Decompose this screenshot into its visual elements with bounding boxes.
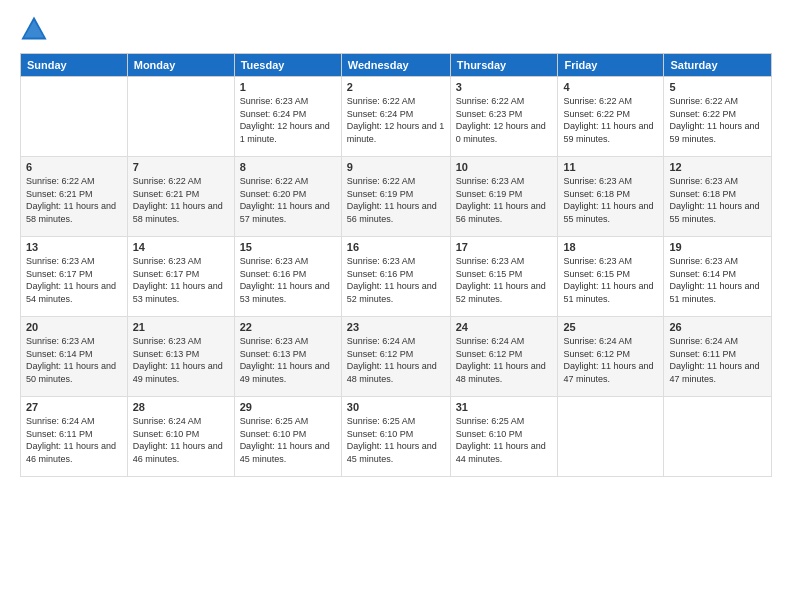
page: SundayMondayTuesdayWednesdayThursdayFrid… <box>0 0 792 612</box>
day-info: Sunrise: 6:23 AMSunset: 6:17 PMDaylight:… <box>26 255 122 305</box>
day-cell: 20Sunrise: 6:23 AMSunset: 6:14 PMDayligh… <box>21 317 128 397</box>
day-number: 2 <box>347 81 445 93</box>
day-number: 19 <box>669 241 766 253</box>
day-cell: 13Sunrise: 6:23 AMSunset: 6:17 PMDayligh… <box>21 237 128 317</box>
day-info: Sunrise: 6:25 AMSunset: 6:10 PMDaylight:… <box>456 415 553 465</box>
day-number: 31 <box>456 401 553 413</box>
day-info: Sunrise: 6:22 AMSunset: 6:22 PMDaylight:… <box>563 95 658 145</box>
week-row-1: 1Sunrise: 6:23 AMSunset: 6:24 PMDaylight… <box>21 77 772 157</box>
day-number: 13 <box>26 241 122 253</box>
day-cell <box>21 77 128 157</box>
week-row-5: 27Sunrise: 6:24 AMSunset: 6:11 PMDayligh… <box>21 397 772 477</box>
day-info: Sunrise: 6:25 AMSunset: 6:10 PMDaylight:… <box>347 415 445 465</box>
day-info: Sunrise: 6:23 AMSunset: 6:16 PMDaylight:… <box>240 255 336 305</box>
logo-icon <box>20 15 48 43</box>
day-cell: 16Sunrise: 6:23 AMSunset: 6:16 PMDayligh… <box>341 237 450 317</box>
day-info: Sunrise: 6:23 AMSunset: 6:13 PMDaylight:… <box>133 335 229 385</box>
day-number: 29 <box>240 401 336 413</box>
day-info: Sunrise: 6:23 AMSunset: 6:16 PMDaylight:… <box>347 255 445 305</box>
header-tuesday: Tuesday <box>234 54 341 77</box>
day-number: 21 <box>133 321 229 333</box>
day-number: 16 <box>347 241 445 253</box>
day-number: 20 <box>26 321 122 333</box>
day-info: Sunrise: 6:24 AMSunset: 6:12 PMDaylight:… <box>347 335 445 385</box>
day-info: Sunrise: 6:22 AMSunset: 6:21 PMDaylight:… <box>26 175 122 225</box>
day-cell: 28Sunrise: 6:24 AMSunset: 6:10 PMDayligh… <box>127 397 234 477</box>
day-number: 6 <box>26 161 122 173</box>
day-info: Sunrise: 6:22 AMSunset: 6:19 PMDaylight:… <box>347 175 445 225</box>
day-info: Sunrise: 6:23 AMSunset: 6:14 PMDaylight:… <box>669 255 766 305</box>
day-cell: 11Sunrise: 6:23 AMSunset: 6:18 PMDayligh… <box>558 157 664 237</box>
day-cell: 17Sunrise: 6:23 AMSunset: 6:15 PMDayligh… <box>450 237 558 317</box>
day-number: 23 <box>347 321 445 333</box>
day-cell: 6Sunrise: 6:22 AMSunset: 6:21 PMDaylight… <box>21 157 128 237</box>
day-number: 3 <box>456 81 553 93</box>
day-cell: 18Sunrise: 6:23 AMSunset: 6:15 PMDayligh… <box>558 237 664 317</box>
day-info: Sunrise: 6:22 AMSunset: 6:23 PMDaylight:… <box>456 95 553 145</box>
week-row-2: 6Sunrise: 6:22 AMSunset: 6:21 PMDaylight… <box>21 157 772 237</box>
day-number: 10 <box>456 161 553 173</box>
day-cell: 15Sunrise: 6:23 AMSunset: 6:16 PMDayligh… <box>234 237 341 317</box>
day-info: Sunrise: 6:25 AMSunset: 6:10 PMDaylight:… <box>240 415 336 465</box>
day-number: 25 <box>563 321 658 333</box>
day-number: 17 <box>456 241 553 253</box>
day-cell: 22Sunrise: 6:23 AMSunset: 6:13 PMDayligh… <box>234 317 341 397</box>
day-number: 11 <box>563 161 658 173</box>
day-cell: 31Sunrise: 6:25 AMSunset: 6:10 PMDayligh… <box>450 397 558 477</box>
day-cell: 4Sunrise: 6:22 AMSunset: 6:22 PMDaylight… <box>558 77 664 157</box>
day-info: Sunrise: 6:22 AMSunset: 6:22 PMDaylight:… <box>669 95 766 145</box>
day-cell: 7Sunrise: 6:22 AMSunset: 6:21 PMDaylight… <box>127 157 234 237</box>
day-info: Sunrise: 6:24 AMSunset: 6:11 PMDaylight:… <box>669 335 766 385</box>
header-saturday: Saturday <box>664 54 772 77</box>
logo <box>20 15 52 43</box>
day-number: 5 <box>669 81 766 93</box>
day-info: Sunrise: 6:23 AMSunset: 6:18 PMDaylight:… <box>669 175 766 225</box>
day-cell: 12Sunrise: 6:23 AMSunset: 6:18 PMDayligh… <box>664 157 772 237</box>
day-cell: 2Sunrise: 6:22 AMSunset: 6:24 PMDaylight… <box>341 77 450 157</box>
day-cell: 30Sunrise: 6:25 AMSunset: 6:10 PMDayligh… <box>341 397 450 477</box>
day-number: 15 <box>240 241 336 253</box>
header-thursday: Thursday <box>450 54 558 77</box>
day-cell: 26Sunrise: 6:24 AMSunset: 6:11 PMDayligh… <box>664 317 772 397</box>
day-info: Sunrise: 6:24 AMSunset: 6:11 PMDaylight:… <box>26 415 122 465</box>
day-cell <box>558 397 664 477</box>
day-info: Sunrise: 6:24 AMSunset: 6:10 PMDaylight:… <box>133 415 229 465</box>
day-cell: 10Sunrise: 6:23 AMSunset: 6:19 PMDayligh… <box>450 157 558 237</box>
day-number: 12 <box>669 161 766 173</box>
day-cell: 27Sunrise: 6:24 AMSunset: 6:11 PMDayligh… <box>21 397 128 477</box>
header-wednesday: Wednesday <box>341 54 450 77</box>
day-info: Sunrise: 6:23 AMSunset: 6:14 PMDaylight:… <box>26 335 122 385</box>
day-cell: 25Sunrise: 6:24 AMSunset: 6:12 PMDayligh… <box>558 317 664 397</box>
day-cell <box>127 77 234 157</box>
day-cell: 21Sunrise: 6:23 AMSunset: 6:13 PMDayligh… <box>127 317 234 397</box>
day-info: Sunrise: 6:22 AMSunset: 6:24 PMDaylight:… <box>347 95 445 145</box>
day-number: 7 <box>133 161 229 173</box>
header-sunday: Sunday <box>21 54 128 77</box>
day-number: 18 <box>563 241 658 253</box>
day-cell: 14Sunrise: 6:23 AMSunset: 6:17 PMDayligh… <box>127 237 234 317</box>
day-cell: 24Sunrise: 6:24 AMSunset: 6:12 PMDayligh… <box>450 317 558 397</box>
day-info: Sunrise: 6:24 AMSunset: 6:12 PMDaylight:… <box>563 335 658 385</box>
day-number: 8 <box>240 161 336 173</box>
day-number: 24 <box>456 321 553 333</box>
day-cell: 1Sunrise: 6:23 AMSunset: 6:24 PMDaylight… <box>234 77 341 157</box>
header-monday: Monday <box>127 54 234 77</box>
day-number: 27 <box>26 401 122 413</box>
day-cell: 5Sunrise: 6:22 AMSunset: 6:22 PMDaylight… <box>664 77 772 157</box>
day-cell: 23Sunrise: 6:24 AMSunset: 6:12 PMDayligh… <box>341 317 450 397</box>
week-row-4: 20Sunrise: 6:23 AMSunset: 6:14 PMDayligh… <box>21 317 772 397</box>
day-info: Sunrise: 6:23 AMSunset: 6:13 PMDaylight:… <box>240 335 336 385</box>
day-number: 30 <box>347 401 445 413</box>
day-cell: 29Sunrise: 6:25 AMSunset: 6:10 PMDayligh… <box>234 397 341 477</box>
day-number: 22 <box>240 321 336 333</box>
day-info: Sunrise: 6:22 AMSunset: 6:21 PMDaylight:… <box>133 175 229 225</box>
day-number: 1 <box>240 81 336 93</box>
day-cell: 3Sunrise: 6:22 AMSunset: 6:23 PMDaylight… <box>450 77 558 157</box>
day-number: 26 <box>669 321 766 333</box>
week-row-3: 13Sunrise: 6:23 AMSunset: 6:17 PMDayligh… <box>21 237 772 317</box>
day-cell: 8Sunrise: 6:22 AMSunset: 6:20 PMDaylight… <box>234 157 341 237</box>
day-info: Sunrise: 6:23 AMSunset: 6:15 PMDaylight:… <box>456 255 553 305</box>
day-number: 9 <box>347 161 445 173</box>
calendar: SundayMondayTuesdayWednesdayThursdayFrid… <box>20 53 772 477</box>
day-info: Sunrise: 6:24 AMSunset: 6:12 PMDaylight:… <box>456 335 553 385</box>
